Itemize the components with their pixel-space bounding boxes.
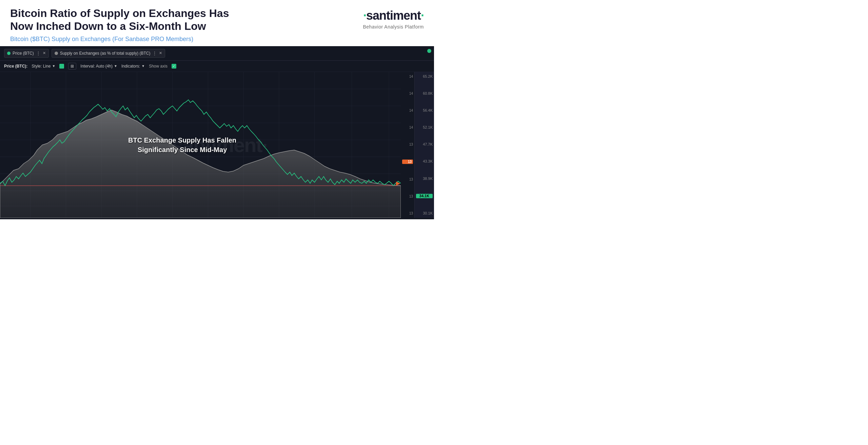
supply-13-2: 13 [402,178,413,181]
main-title: Bitcoin Ratio of Supply on Exchanges Has… [10,7,241,33]
header-right: ·santiment· Behavior Analysis Platform [363,7,424,30]
axis-60k: 60.8K [416,92,433,95]
indicators-label: Indicators: [121,64,140,69]
supply-13-1: 13 [402,143,413,146]
logo-prefix: · [363,8,366,22]
chart-svg [0,72,401,218]
style-label: Style: Line [32,64,51,69]
santiment-logo: ·santiment· [363,8,424,23]
chart-container: Price (BTC) ⋮ ✕ Supply on Exchanges (as … [0,46,434,219]
live-indicator [427,49,431,53]
axis-30k: 30.1K [416,211,433,215]
right-y-axis: 65.2K 60.8K 56.4K 52.1K 47.7K 43.3K 38.9… [414,72,434,218]
supply-14-top: 14 [402,75,413,78]
axis-47k: 47.7K [416,143,433,146]
axis-56k: 56.4K [416,109,433,112]
legend-price-label: Price (BTC) [13,51,34,56]
interval-icon: ⊞ [71,64,74,69]
interval-arrow: ▼ [114,64,117,68]
price-arrow-indicator: ▶ [396,180,400,186]
supply-14-3: 14 [402,109,413,112]
subtitle: Bitcoin ($BTC) Supply on Exchanges (For … [10,36,363,43]
style-arrow: ▼ [52,64,55,68]
legend-close-icon[interactable]: ✕ [43,51,46,55]
legend-supply-label: Supply on Exchanges (as % of total suppl… [60,51,151,56]
indicators-arrow: ▼ [141,64,145,68]
left-y-axis: 14 14 14 14 13 13 13 13 13 [401,72,414,218]
axis-43k: 43.3K [416,160,433,163]
interval-label: Interval: Auto (4h) [80,64,113,69]
interval-select[interactable]: Interval: Auto (4h) ▼ [80,64,117,69]
supply-color-dot [55,52,58,55]
supply-13-highlight: 13 [402,160,413,164]
axis-38k: 38.9K [416,177,433,181]
color-picker[interactable] [59,64,64,69]
supply-14-2: 14 [402,92,413,95]
legend-supply[interactable]: Supply on Exchanges (as % of total suppl… [52,49,165,58]
legend-price[interactable]: Price (BTC) ⋮ ✕ [4,49,49,58]
legend-menu-icon[interactable]: ⋮ [36,51,41,56]
legend-supply-close-icon[interactable]: ✕ [159,51,162,55]
indicators-select[interactable]: Indicators: ▼ [121,64,145,69]
legend-supply-menu-icon[interactable]: ⋮ [152,51,157,56]
logo-name: santiment [366,8,421,22]
supply-14-4: 14 [402,126,413,129]
chart-area: ·santiment· [0,72,434,218]
price-control-label: Price (BTC): [4,64,27,69]
behavior-platform-text: Behavior Analysis Platform [363,24,424,30]
style-select[interactable]: Style: Line ▼ [32,64,55,69]
header-left: Bitcoin Ratio of Supply on Exchanges Has… [10,7,363,43]
header: Bitcoin Ratio of Supply on Exchanges Has… [0,0,434,46]
show-axis-checkbox[interactable]: ✓ [172,64,176,69]
interval-box: ⊞ [68,63,76,70]
supply-13-4: 13 [402,211,413,215]
axis-65k: 65.2K [416,75,433,78]
x-axis: 05 Jan 21 23 Jan 21 10 Feb 21 28 Feb 21 … [0,218,434,219]
chart-toolbar: Price (BTC) ⋮ ✕ Supply on Exchanges (as … [0,46,434,61]
show-axis-label: Show axis [149,64,167,69]
axis-52k: 52.1K [416,126,433,129]
price-color-dot [7,52,11,55]
axis-34k-highlight: 34.1K [416,194,433,198]
logo-suffix: · [421,8,424,22]
supply-13-3: 13 [402,194,413,198]
chart-controls: Price (BTC): Style: Line ▼ ⊞ Interval: A… [0,61,434,72]
